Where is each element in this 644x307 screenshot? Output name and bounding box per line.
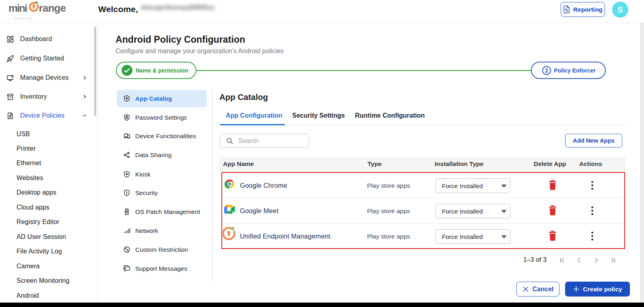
- svg-text:mini: mini: [8, 2, 27, 14]
- svg-text:range: range: [39, 2, 66, 14]
